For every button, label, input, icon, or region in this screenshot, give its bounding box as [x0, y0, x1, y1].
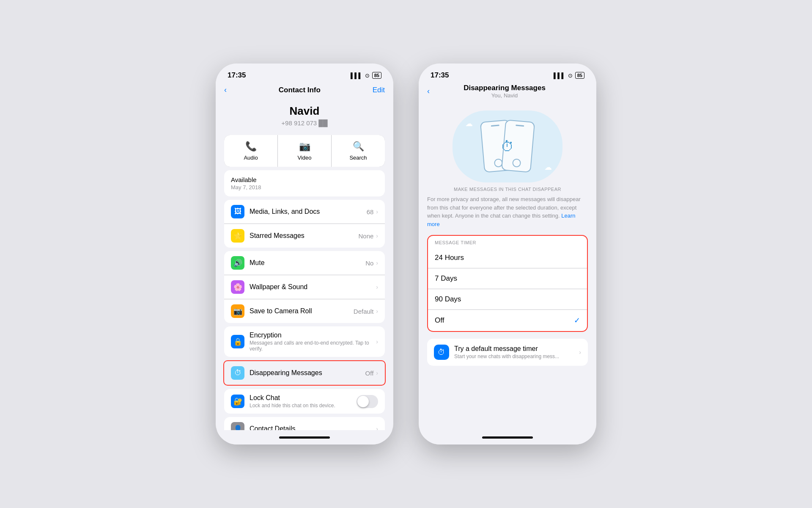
default-timer-label: Try a default message timer	[454, 345, 579, 353]
nav-bar-left: ‹ Contact Info Edit	[216, 82, 393, 98]
default-timer-icon: ⏱	[434, 345, 449, 360]
home-indicator-right	[419, 430, 596, 444]
lock-chat-toggle[interactable]	[357, 395, 378, 408]
contact-details-text: Contact Details	[250, 425, 376, 430]
timer-24h-label: 24 Hours	[435, 254, 464, 262]
timer-option-24h[interactable]: 24 Hours	[428, 248, 587, 268]
settings-list-1: 🖼 Media, Links, and Docs 68 › ⭐ Starred …	[224, 200, 385, 248]
camera-roll-label: Save to Camera Roll	[250, 307, 312, 315]
lock-chat-text: Lock Chat Lock and hide this chat on thi…	[250, 394, 357, 409]
cloud-icon-2: ☁	[544, 163, 552, 172]
encryption-item[interactable]: 🔒 Encryption Messages and calls are end-…	[224, 326, 385, 357]
settings-list-4: 🔐 Lock Chat Lock and hide this chat on t…	[224, 389, 385, 414]
back-button-right[interactable]: ‹	[427, 87, 430, 96]
starred-messages-item[interactable]: ⭐ Starred Messages None ›	[224, 224, 385, 248]
timer-7d-label: 7 Days	[435, 274, 457, 283]
encryption-label: Encryption	[250, 331, 282, 339]
toggle-knob	[357, 396, 369, 407]
search-icon: 🔍	[353, 141, 364, 152]
starred-label: Starred Messages	[250, 232, 304, 239]
battery-icon: 85	[372, 72, 381, 79]
disappearing-title: Disappearing Messages	[464, 84, 546, 92]
disappearing-subtitle: You, Navid	[464, 92, 546, 99]
camera-roll-icon: 📷	[231, 304, 244, 318]
illustration-bg: ⏱ ☁ ☁	[453, 110, 562, 182]
timer-option-90d[interactable]: 90 Days	[428, 289, 587, 310]
timer-option-7d[interactable]: 7 Days	[428, 268, 587, 289]
disappearing-nav: ‹ Disappearing Messages You, Navid	[419, 82, 596, 102]
description-section: MAKE MESSAGES IN THIS CHAT DISAPPEAR For…	[419, 187, 596, 232]
illustration: ⏱ ☁ ☁	[419, 102, 596, 187]
disappearing-label: Disappearing Messages	[250, 369, 322, 376]
media-icon: 🖼	[231, 205, 244, 218]
mute-chevron: ›	[376, 260, 378, 266]
starred-chevron: ›	[376, 232, 378, 239]
status-time-left: 17:35	[228, 71, 246, 80]
video-icon: 📷	[299, 141, 310, 152]
wallpaper-text: Wallpaper & Sound	[250, 283, 376, 291]
audio-label: Audio	[244, 155, 258, 161]
checkmark-icon: ✓	[574, 316, 580, 325]
mute-label: Mute	[250, 259, 265, 266]
signal-icon: ▌▌▌	[351, 72, 362, 79]
timer-option-off[interactable]: Off ✓	[428, 310, 587, 331]
media-label: Media, Links, and Docs	[250, 208, 320, 215]
mute-item[interactable]: 🔊 Mute No ›	[224, 251, 385, 275]
status-bar-left: 17:35 ▌▌▌ ⊙ 85	[216, 64, 393, 82]
disappearing-highlighted: ⏱ Disappearing Messages Off ›	[223, 360, 386, 386]
starred-value: None	[358, 232, 373, 240]
video-button[interactable]: 📷 Video	[278, 135, 331, 167]
wifi-icon-right: ⊙	[568, 72, 573, 79]
contact-details-chevron: ›	[376, 425, 378, 430]
signal-icon-right: ▌▌▌	[554, 72, 565, 79]
timer-90d-label: 90 Days	[435, 295, 461, 304]
contact-details-item[interactable]: 👤 Contact Details ›	[224, 417, 385, 430]
disappearing-item[interactable]: ⏱ Disappearing Messages Off ›	[224, 361, 385, 385]
disappearing-nav-title: Disappearing Messages You, Navid	[464, 84, 546, 99]
camera-roll-text: Save to Camera Roll	[250, 307, 354, 315]
lock-chat-item[interactable]: 🔐 Lock Chat Lock and hide this chat on t…	[224, 389, 385, 414]
wallpaper-item[interactable]: 🌸 Wallpaper & Sound ›	[224, 275, 385, 299]
left-phone: 17:35 ▌▌▌ ⊙ 85 ‹ Contact Info Edit Navid…	[216, 64, 393, 444]
mute-value: No	[365, 260, 373, 267]
home-bar-left	[279, 436, 330, 439]
status-bar-right: 17:35 ▌▌▌ ⊙ 85	[419, 64, 596, 82]
message-timer-box: MESSAGE TIMER 24 Hours 7 Days 90 Days Of…	[427, 235, 588, 332]
video-label: Video	[297, 155, 311, 161]
desc-title: MAKE MESSAGES IN THIS CHAT DISAPPEAR	[427, 187, 588, 192]
settings-list-2: 🔊 Mute No › 🌸 Wallpaper & Sound › 📷 Save…	[224, 251, 385, 323]
back-button-left[interactable]: ‹	[224, 86, 227, 94]
encryption-sublabel: Messages and calls are end-to-end encryp…	[250, 340, 376, 352]
default-timer-card[interactable]: ⏱ Try a default message timer Start your…	[427, 339, 588, 366]
lock-chat-icon: 🔐	[231, 395, 244, 408]
desc-text: For more privacy and storage, all new me…	[427, 195, 588, 228]
timer-illustration-icon: ⏱	[501, 139, 514, 155]
camera-roll-item[interactable]: 📷 Save to Camera Roll Default ›	[224, 299, 385, 323]
nav-row: ‹ Disappearing Messages You, Navid	[427, 84, 588, 99]
status-icons-left: ▌▌▌ ⊙ 85	[351, 72, 381, 79]
mute-text: Mute	[250, 259, 365, 267]
timer-header: MESSAGE TIMER	[428, 236, 587, 248]
contact-details-label: Contact Details	[250, 425, 296, 430]
edit-button[interactable]: Edit	[373, 86, 385, 94]
status-card: Available May 7, 2018	[224, 170, 385, 196]
encryption-chevron: ›	[376, 338, 378, 345]
contact-name: Navid	[224, 105, 385, 118]
settings-list-3: 🔒 Encryption Messages and calls are end-…	[224, 326, 385, 357]
wallpaper-icon: 🌸	[231, 280, 244, 294]
search-button[interactable]: 🔍 Search	[332, 135, 385, 167]
status-label: Available	[231, 176, 378, 183]
media-links-item[interactable]: 🖼 Media, Links, and Docs 68 ›	[224, 200, 385, 224]
right-phone: 17:35 ▌▌▌ ⊙ 85 ‹ Disappearing Messages Y…	[419, 64, 596, 444]
starred-icon: ⭐	[231, 229, 244, 243]
audio-button[interactable]: 📞 Audio	[224, 135, 277, 167]
contact-phone: +98 912 073 ██	[224, 119, 385, 127]
desc-text-content: For more privacy and storage, all new me…	[427, 196, 581, 219]
encryption-text: Encryption Messages and calls are end-to…	[250, 331, 376, 352]
wallpaper-label: Wallpaper & Sound	[250, 283, 307, 290]
search-label: Search	[349, 155, 367, 161]
disappearing-content: ⏱ ☁ ☁ MAKE MESSAGES IN THIS CHAT DISAPPE…	[419, 102, 596, 430]
default-timer-chevron: ›	[579, 349, 581, 356]
status-date: May 7, 2018	[231, 184, 378, 190]
disappearing-text: Disappearing Messages	[250, 369, 365, 377]
